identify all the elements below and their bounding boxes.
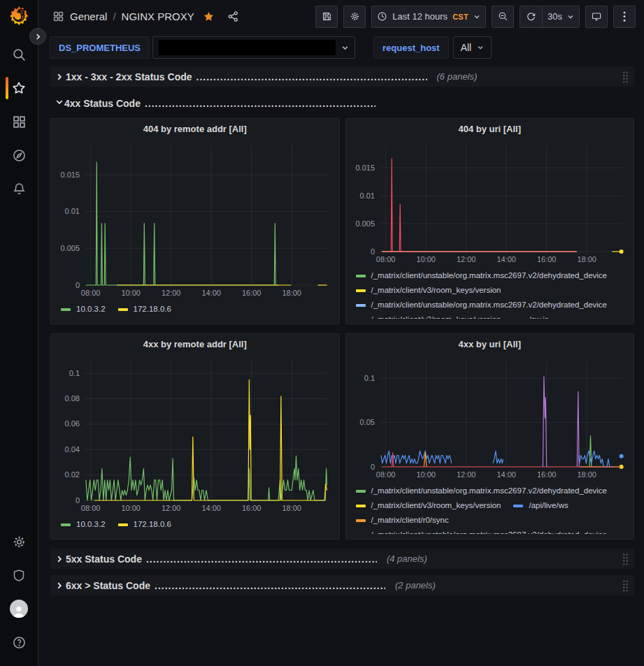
row-panel-count: (4 panels) (387, 553, 427, 564)
legend-item[interactable]: /api/live/ws (513, 500, 568, 512)
svg-text:10:00: 10:00 (416, 470, 436, 479)
legend-item[interactable]: /_matrix/client/unstable/org.matrix.msc2… (356, 529, 608, 534)
svg-text:0.02: 0.02 (65, 470, 80, 479)
panel-title[interactable]: 404 by remote addr [All] (51, 119, 339, 138)
panel-4xx-by-remote-addr: 4xx by remote addr [All] 00.020.040.060.… (50, 333, 340, 540)
svg-text:0.1: 0.1 (364, 374, 374, 382)
breadcrumb-dashboard-title[interactable]: NGINX PROXY (122, 10, 194, 22)
legend-series-label: /_matrix/client/v3/room_keys/version (371, 284, 501, 296)
svg-text:0.04: 0.04 (65, 445, 80, 454)
breadcrumb-separator: / (113, 10, 115, 22)
panel-title[interactable]: 4xx by uri [All] (346, 334, 634, 354)
row-title: 5xx Status Code (66, 553, 142, 565)
svg-text:10:00: 10:00 (121, 504, 141, 512)
row-panel-count: (2 panels) (395, 580, 436, 591)
row-drag-handle[interactable] (622, 579, 629, 591)
svg-text:0: 0 (76, 281, 80, 289)
time-range-picker[interactable]: Last 12 hours CST (371, 6, 486, 28)
chart-area[interactable]: 00.0050.010.01508:0010:0012:0014:0016:00… (51, 138, 339, 301)
panel-title[interactable]: 404 by uri [All] (346, 119, 634, 138)
chevron-right-icon (56, 556, 66, 563)
row-title-dots: ........................................… (155, 580, 385, 591)
row-drag-handle[interactable] (622, 553, 629, 565)
save-dashboard-button[interactable] (315, 6, 338, 28)
panel-legend: /_matrix/client/unstable/org.matrix.msc2… (346, 482, 634, 534)
legend-item[interactable]: /sw.js (513, 314, 548, 319)
svg-text:18:00: 18:00 (577, 255, 596, 263)
legend-series-swatch (118, 308, 128, 311)
legend-item[interactable]: 172.18.0.6 (118, 519, 171, 530)
svg-text:18:00: 18:00 (577, 470, 596, 479)
variable-select-request-host[interactable]: All (453, 36, 492, 59)
row-drag-handle[interactable] (622, 71, 629, 82)
svg-text:0.005: 0.005 (60, 244, 80, 252)
variable-select-ds-prometheus[interactable] (152, 36, 355, 59)
time-series-chart[interactable]: 00.0050.010.01508:0010:0012:0014:0016:00… (350, 138, 629, 267)
breadcrumb-folder[interactable]: General (70, 10, 107, 22)
time-series-chart[interactable]: 00.050.108:0010:0012:0014:0016:0018:00 (350, 354, 629, 482)
legend-series-swatch (356, 304, 366, 307)
configuration-gear-icon[interactable] (0, 525, 38, 558)
legend-item[interactable]: /_matrix/client/unstable/org.matrix.msc2… (356, 270, 608, 282)
legend-item[interactable]: 10.0.3.2 (61, 303, 106, 315)
legend-item[interactable]: /_matrix/client/r0/sync (356, 514, 449, 526)
grafana-logo[interactable] (7, 4, 31, 28)
legend-series-label: /_matrix/client/r0/sync (371, 514, 449, 526)
time-series-chart[interactable]: 00.020.040.060.080.108:0010:0012:0014:00… (55, 354, 334, 516)
zoom-out-time-button[interactable] (492, 6, 514, 28)
refresh-interval-picker[interactable]: 30s (542, 6, 580, 28)
chevron-right-icon (56, 73, 66, 80)
tv-mode-button[interactable] (585, 6, 608, 28)
row-title: 4xx Status Code (64, 98, 141, 109)
legend-series-swatch (356, 275, 366, 277)
alerting-icon[interactable] (0, 172, 38, 205)
svg-text:0.06: 0.06 (65, 419, 80, 428)
server-admin-shield-icon[interactable] (0, 558, 38, 592)
chart-area[interactable]: 00.0050.010.01508:0010:0012:0014:0016:00… (346, 138, 634, 267)
time-range-label: Last 12 hours (392, 11, 448, 22)
help-icon[interactable] (0, 625, 38, 659)
svg-text:0.005: 0.005 (355, 219, 375, 228)
legend-series-label: 10.0.3.2 (76, 519, 106, 530)
favorite-star-icon[interactable] (203, 10, 215, 22)
row-header-6xx[interactable]: 6xx > Status Code ......................… (50, 575, 634, 595)
time-series-chart[interactable]: 00.0050.010.01508:0010:0012:0014:0016:00… (55, 138, 334, 301)
chart-area[interactable]: 00.050.108:0010:0012:0014:0016:0018:00 (346, 354, 634, 482)
legend-series-swatch (356, 289, 366, 292)
user-avatar[interactable] (0, 592, 38, 625)
legend-item[interactable]: 172.18.0.6 (118, 303, 171, 315)
legend-series-label: /_matrix/client/unstable/org.matrix.msc2… (371, 270, 608, 282)
svg-text:08:00: 08:00 (81, 504, 101, 512)
panel-404-by-uri: 404 by uri [All] 00.0050.010.01508:0010:… (345, 118, 635, 324)
legend-item[interactable]: /_matrix/client/v3/room_keys/version (356, 314, 501, 319)
legend-item[interactable]: /_matrix/client/v3/room_keys/version (356, 284, 501, 296)
sidebar-expand-button[interactable] (29, 28, 46, 45)
chart-area[interactable]: 00.020.040.060.080.108:0010:0012:0014:00… (51, 354, 339, 516)
svg-text:14:00: 14:00 (201, 504, 221, 512)
legend-series-label: /_matrix/client/v3/room_keys/version (371, 314, 501, 319)
dashboard-settings-button[interactable] (343, 6, 366, 28)
panel-legend: 10.0.3.2172.18.0.6 (51, 301, 339, 324)
legend-item[interactable]: /_matrix/client/unstable/org.matrix.msc2… (356, 299, 608, 311)
starred-dashboards-icon[interactable] (0, 71, 38, 105)
row-title: 1xx - 3xx - 2xx Status Code (66, 71, 192, 82)
legend-series-label: 10.0.3.2 (76, 303, 106, 315)
legend-series-swatch (61, 523, 71, 526)
legend-series-swatch (356, 534, 366, 535)
panel-title[interactable]: 4xx by remote addr [All] (51, 334, 339, 354)
legend-item[interactable]: 10.0.3.2 (61, 519, 106, 530)
refresh-button[interactable] (520, 6, 542, 28)
share-icon[interactable] (227, 10, 239, 22)
row-header-4xx[interactable]: 4xx Status Code ........................… (50, 93, 634, 113)
explore-icon[interactable] (0, 138, 38, 172)
legend-item[interactable]: /_matrix/client/unstable/org.matrix.msc2… (356, 485, 608, 497)
row-header-5xx[interactable]: 5xx Status Code ........................… (50, 549, 634, 569)
dashboards-icon[interactable] (0, 105, 38, 138)
svg-text:16:00: 16:00 (242, 289, 262, 297)
legend-item[interactable]: /_matrix/client/v3/room_keys/version (356, 500, 501, 512)
panels-grid-row-1: 404 by remote addr [All] 00.0050.010.015… (50, 118, 634, 324)
legend-series-swatch (61, 308, 71, 311)
legend-series-label: 172.18.0.6 (134, 303, 171, 315)
kebab-menu-button[interactable] (613, 6, 636, 28)
row-header-1xx-3xx-2xx[interactable]: 1xx - 3xx - 2xx Status Code ............… (50, 66, 634, 87)
